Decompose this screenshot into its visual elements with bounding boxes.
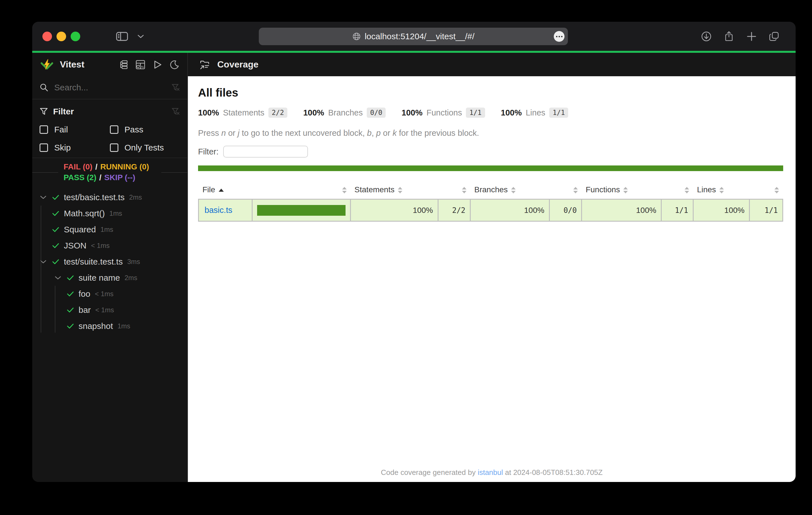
minimize-window-button[interactable] [57, 32, 66, 41]
checkbox-box[interactable] [110, 125, 118, 134]
sorter-icon[interactable] [573, 187, 578, 193]
tree-item-file[interactable]: test/basic.test.ts 2ms [32, 189, 187, 205]
check-icon [66, 307, 75, 313]
istanbul-link[interactable]: istanbul [478, 468, 503, 477]
coverage-panel: Coverage All files 100% Statements 2/2 1… [188, 53, 795, 482]
clear-filter-icon[interactable] [172, 107, 180, 116]
check-icon [51, 259, 60, 265]
check-icon [51, 226, 60, 233]
checkbox-box[interactable] [110, 144, 118, 152]
new-tab-icon[interactable] [744, 29, 759, 44]
summary-label: Statements [223, 108, 264, 117]
sorter-icon[interactable] [398, 187, 402, 193]
chevron-down-icon[interactable] [39, 260, 48, 264]
checkbox-pass[interactable]: Pass [110, 125, 180, 134]
skip-count: SKIP (--) [104, 173, 135, 182]
chevron-down-icon[interactable] [133, 29, 149, 44]
dark-mode-icon[interactable] [169, 59, 180, 70]
coverage-status-bar [198, 165, 783, 171]
vitest-sidebar: Vitest [32, 53, 188, 482]
coverage-footer: Code coverage generated by istanbul at 2… [188, 468, 795, 477]
url-text: localhost:51204/__vitest__/#/ [365, 32, 475, 41]
page-title: All files [198, 86, 783, 99]
tree-item-label: snapshot [79, 321, 113, 331]
page-settings-icon[interactable] [554, 31, 564, 42]
sorter-icon[interactable] [342, 187, 347, 193]
column-header-statements-raw[interactable] [438, 182, 470, 199]
tree-item-file[interactable]: test/suite.test.ts 3ms [32, 253, 187, 270]
column-header-functions-raw[interactable] [661, 182, 693, 199]
address-bar[interactable]: localhost:51204/__vitest__/#/ [259, 28, 568, 45]
tree-item-suite[interactable]: suite name 2ms [32, 270, 187, 286]
separator: / [96, 173, 104, 182]
column-header-functions[interactable]: Functions [582, 182, 661, 199]
sorter-icon[interactable] [462, 187, 466, 193]
tree-item-label: test/suite.test.ts [64, 257, 123, 267]
tabs-overview-icon[interactable] [766, 29, 782, 44]
chevron-down-icon[interactable] [54, 276, 62, 280]
column-header-file[interactable]: File [199, 182, 252, 199]
column-header-statements[interactable]: Statements [351, 182, 438, 199]
tree-item-test[interactable]: bar < 1ms [32, 302, 187, 318]
tree-item-duration: 1ms [109, 210, 122, 217]
running-count: RUNNING (0) [100, 162, 149, 171]
tree-item-test[interactable]: foo < 1ms [32, 286, 187, 302]
checkbox-only-tests[interactable]: Only Tests [110, 143, 180, 152]
column-header-lines-raw[interactable] [750, 182, 783, 199]
file-link[interactable]: basic.ts [205, 206, 232, 215]
tree-item-test[interactable]: Math.sqrt() 1ms [32, 205, 187, 221]
run-all-icon[interactable] [152, 59, 163, 70]
tree-item-label: foo [79, 289, 90, 299]
sorter-icon[interactable] [511, 187, 516, 193]
tree-item-duration: 1ms [118, 322, 130, 330]
tree-item-test[interactable]: JSON < 1ms [32, 238, 187, 253]
summary-fraction-badge: 1/1 [549, 108, 568, 118]
column-header-lines[interactable]: Lines [693, 182, 750, 199]
dashboard-report-icon[interactable] [135, 59, 146, 70]
sidebar-toggle-icon[interactable] [114, 29, 130, 44]
close-window-button[interactable] [42, 32, 52, 41]
summary-label: Lines [526, 108, 545, 117]
column-header-chart[interactable] [252, 182, 350, 199]
column-header-branches-raw[interactable] [549, 182, 582, 199]
statements-frac-cell: 2/2 [438, 199, 470, 221]
sorter-icon[interactable] [775, 187, 779, 193]
zoom-window-button[interactable] [70, 32, 80, 41]
tree-item-test[interactable]: snapshot 1ms [32, 318, 187, 334]
tree-item-label: test/basic.test.ts [64, 192, 124, 202]
summary-label: Functions [426, 108, 462, 117]
summary-pct: 100% [402, 108, 423, 117]
footer-text: Code coverage generated by [381, 468, 478, 477]
tree-item-duration: < 1ms [91, 242, 110, 250]
tree-item-duration: 3ms [127, 258, 140, 266]
coverage-body: All files 100% Statements 2/2 100% Branc… [188, 76, 795, 222]
downloads-icon[interactable] [698, 29, 714, 44]
checkbox-box[interactable] [39, 125, 48, 134]
browser-toolbar: localhost:51204/__vitest__/#/ [32, 22, 795, 51]
footer-text: at 2024-08-05T08:51:30.705Z [503, 468, 603, 477]
table-header-row: File Statements Branches Functions Lines [199, 182, 783, 199]
sort-ascending-icon [219, 189, 224, 192]
tree-item-duration: 2ms [124, 274, 137, 282]
sorter-icon[interactable] [719, 187, 724, 193]
indent-guide [55, 286, 55, 333]
summary-pct: 100% [198, 108, 219, 117]
check-icon [51, 194, 60, 201]
checkbox-box[interactable] [39, 144, 48, 152]
checkbox-label: Fail [54, 125, 68, 134]
coverage-title: Coverage [217, 59, 259, 70]
tree-view-icon[interactable] [118, 59, 129, 70]
sorter-icon[interactable] [623, 187, 628, 193]
share-icon[interactable] [721, 29, 737, 44]
search-input[interactable] [54, 83, 172, 92]
tree-item-duration: < 1ms [95, 290, 114, 298]
checkbox-fail[interactable]: Fail [39, 125, 110, 134]
column-header-branches[interactable]: Branches [470, 182, 549, 199]
sorter-icon[interactable] [685, 187, 689, 193]
checkbox-skip[interactable]: Skip [39, 143, 110, 152]
coverage-filter-input[interactable] [223, 146, 308, 157]
chevron-down-icon[interactable] [39, 195, 48, 199]
clear-search-icon[interactable] [172, 83, 180, 92]
checkbox-label: Pass [124, 125, 144, 134]
tree-item-test[interactable]: Squared 1ms [32, 221, 187, 238]
